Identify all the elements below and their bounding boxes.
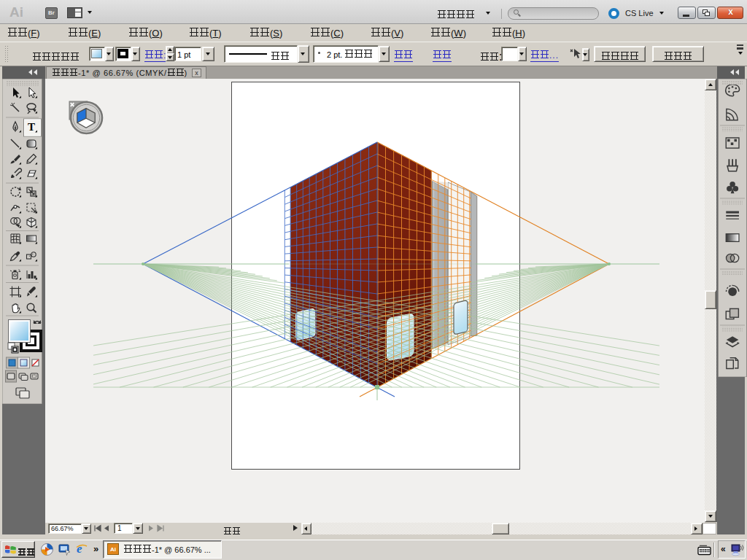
svg-text:e: e [77, 542, 82, 556]
svg-text:T: T [28, 121, 35, 133]
